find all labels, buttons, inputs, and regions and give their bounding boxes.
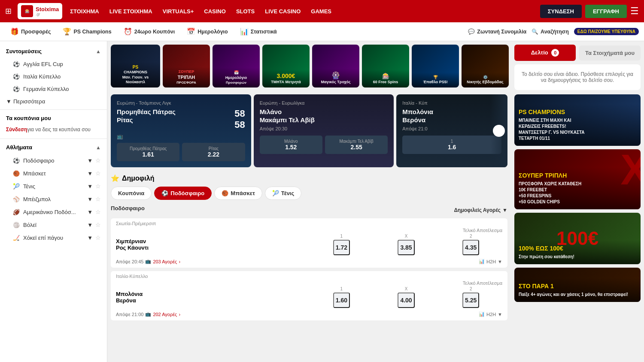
promo-banner-1[interactable]: X ΣΟΥΠΕΡ ΤΡΙΠΛΗ ΠΡΟΣΦΟΡΑ ΧΩΡΙΣ ΚΑΤΑΘΕΣΗ … — [514, 149, 641, 209]
grid-icon[interactable]: ⊞ — [5, 6, 12, 16]
promo-card-0[interactable]: PS CHAMPIONS Μαν. Γιουν. vs Νιούκαστλ — [111, 45, 160, 87]
tab-basketball[interactable]: 🏀 Μπάσκετ — [214, 187, 262, 200]
h2h-link[interactable]: 📊 H2H ▼ — [479, 259, 502, 264]
nav-games[interactable]: GAMES — [307, 6, 336, 17]
odds-cell-1x2-x[interactable]: 4.00 — [398, 293, 414, 308]
live-match-card-2: › Ιταλία - Κύπ Μπολόνια Βερόνα Απόψε 21:… — [396, 94, 507, 167]
login-link[interactable]: Σύνδεση — [6, 127, 27, 133]
odds-cell-1x2-1[interactable]: 1.60 — [333, 293, 350, 308]
nav-casino[interactable]: CASINO — [200, 6, 230, 17]
live-match-team2: Βερόνα — [402, 116, 501, 124]
tab-tennis[interactable]: 🎾 Τένις — [265, 187, 301, 200]
star-icon[interactable]: ☆ — [95, 157, 101, 164]
promo-banner-0[interactable]: PS CHAMPIONS ΜΠΑΙΝΕΙΣ ΣΤΗ ΜΑΧΗ ΚΑΙ ΚΕΡΔΙ… — [514, 94, 641, 146]
odds-cell-1x2-x[interactable]: 3.85 — [398, 240, 414, 255]
promo-card-3[interactable]: 3.000€ ΤΜΗΤΑ Μετρητά — [262, 45, 310, 87]
star-icon[interactable]: ☆ — [95, 208, 101, 215]
live-match-team2: Ρίτας — [117, 116, 176, 124]
sidebar-item-tennis[interactable]: 🎾 Τένις ▼ ☆ — [0, 180, 107, 193]
nav-stoixima[interactable]: ΣΤΟΙΧΗΜΑ — [66, 6, 103, 17]
star-icon[interactable]: ☆ — [95, 183, 101, 190]
odds-cell-1x2-1[interactable]: 1.72 — [333, 240, 350, 255]
sidebar-item-basketball[interactable]: 🏀 Μπάσκετ ▼ ☆ — [0, 167, 107, 180]
search-button[interactable]: 🔍 Αναζήτηση — [532, 28, 569, 35]
markets-count-link[interactable]: 203 Αγορές — [153, 259, 177, 264]
odds-button-team1[interactable]: Μιλάνο 1.52 — [260, 136, 322, 154]
sidebar-item-hockey[interactable]: 🏒 Χόκεϊ επί πάγου ▼ ☆ — [0, 231, 107, 244]
h2h-link[interactable]: 📊 H2H ▼ — [479, 311, 502, 317]
shortcuts-chevron-icon: ▲ — [96, 48, 101, 54]
nav-live-casino[interactable]: LIVE CASINO — [261, 6, 305, 17]
sidebar: Συντομεύσεις ▲ ⚽ Αγγλία EFL Cup ⚽ Ιταλία… — [0, 41, 107, 362]
subnav-statistics[interactable]: 📊 Στατιστικά — [235, 25, 282, 38]
live-match-time: Απόψε 21:0 — [402, 126, 501, 131]
gift-icon: 🎁 — [10, 27, 19, 36]
nav-slots[interactable]: SLOTS — [232, 6, 259, 17]
odds-button-team1[interactable]: Προμηθέας Πάτρας 1.61 — [117, 143, 179, 161]
promo-banner-title: ΣΤΟ ΠΑΡΑ 1 — [519, 282, 636, 291]
promo-card-text: 🎡 Μαγικός Τροχός — [312, 69, 359, 87]
sidebar-item-volleyball[interactable]: 🏐 Βόλεϊ ▼ ☆ — [0, 218, 107, 231]
betslip-tab[interactable]: Δελτίο 0 — [514, 45, 576, 61]
star-icon[interactable]: ☆ — [95, 221, 101, 228]
search-icon: 🔍 — [532, 28, 538, 35]
odds-button-team2[interactable]: Ρίτας 2.22 — [182, 143, 245, 161]
subnav-ps-champions[interactable]: 🏆 PS Champions — [58, 25, 116, 38]
divider — [0, 139, 107, 139]
nav-live-stoixima[interactable]: LIVE ΣΤΟΙΧΗΜΑ — [105, 6, 157, 17]
match-row-1: Ιταλία-Κύπελλο Τελικό Αποτέλεσμα Μπολόνι… — [111, 271, 507, 320]
nav-virtuals[interactable]: VIRTUALS+ — [158, 6, 198, 17]
promo-card-1[interactable]: ΣΟΥΠΕΡ ΤΡΙΠΛΗ ΠΡΟΣΦΟΡΑ — [163, 45, 210, 87]
subnav-24h-coupon[interactable]: ⏰ 24ωρο Κουπόνι — [118, 25, 180, 38]
login-button[interactable]: ΣΥΝΔΕΣΗ — [540, 5, 582, 18]
sidebar-item-baseball[interactable]: ⚾ Μπέιζμπολ ▼ ☆ — [0, 193, 107, 205]
promo-card-6[interactable]: 🏆 Έπαθλο PS5! — [412, 45, 459, 87]
odds-button-team1[interactable]: 1 1.6 — [402, 136, 501, 154]
odds-button-team2[interactable]: Μακάμπι Τελ Αβίβ 2.55 — [325, 136, 388, 154]
shortcuts-section-header[interactable]: Συντομεύσεις ▲ — [0, 45, 107, 58]
market-type: Τελικό Αποτέλεσμα — [463, 228, 502, 233]
live-match-league: Ευρώπη - Τσάμπιονς Λιγκ — [117, 100, 245, 106]
sidebar-item-germania-kyp[interactable]: ⚽ Γερμανία Κύπελλο — [0, 83, 107, 95]
popular-markets-dropdown[interactable]: Δημοφιλείς Αγορές ▼ — [454, 207, 507, 213]
star-icon[interactable]: ☆ — [95, 234, 101, 241]
promo-banner-body: ΠΡΟΣΦΟΡΑ ΧΩΡΙΣ ΚΑΤΑΘΕΣΗ 10€ FREEBET +50 … — [519, 181, 636, 205]
tab-football[interactable]: ⚽ Ποδόσφαιρο — [154, 187, 212, 200]
sidebar-item-efl-cup[interactable]: ⚽ Αγγλία EFL Cup — [0, 58, 107, 70]
promo-card-7[interactable]: ⚙️ Νικητής Εβδομάδας — [462, 45, 509, 87]
tab-coupons[interactable]: Κουπόνια — [111, 187, 152, 200]
register-button[interactable]: ΕΓΓΡΑΦΗ — [585, 5, 627, 18]
promo-card-5[interactable]: 🎰 60 Free Spins — [362, 45, 409, 87]
promo-card-4[interactable]: 🎡 Μαγικός Τροχός — [312, 45, 359, 87]
betslip-empty-message: Το δελτίο σου είναι άδειο. Πρόσθεσε επιλ… — [514, 64, 641, 90]
star-icon[interactable]: ☆ — [95, 170, 101, 177]
sidebar-item-italia-kyp[interactable]: ⚽ Ιταλία Κύπελλο — [0, 70, 107, 83]
promo-banner-3[interactable]: ΣΤΟ ΠΑΡΑ 1 Παίξε 4+ αγώνες και αν χάσεις… — [514, 268, 641, 302]
promo-card-2[interactable]: 📅 Ημερολόγιο Προσφορών — [213, 45, 260, 87]
chat-icon: 💬 — [468, 28, 475, 35]
coupons-section-header[interactable]: Τα κουπόνια μου — [0, 112, 107, 125]
subnav-calendar[interactable]: 📅 Ημερολόγιο — [182, 25, 233, 38]
markets-count-link[interactable]: 202 Αγορές — [153, 312, 177, 317]
live-score-1: 58 — [234, 108, 245, 119]
live-match-time: Απόψε 20:30 — [260, 126, 388, 131]
promo-banner-2[interactable]: 100€ 100% ΕΩΣ 100€ Στην πρώτη σου κατάθε… — [514, 213, 641, 264]
col-header-x: X — [375, 287, 438, 291]
live-chat-button[interactable]: 💬 Ζωντανή Συνομιλία — [468, 28, 526, 35]
my-bets-tab[interactable]: Τα Στοιχήματά μου — [579, 45, 641, 60]
chevron-right-icon: › — [179, 259, 180, 264]
next-arrow[interactable]: › — [493, 125, 505, 137]
site-logo[interactable]: 🎰 Stoixima .gr — [18, 3, 62, 19]
live-match-team1: Προμηθέας Πάτρας — [117, 108, 176, 115]
tv-icon: 📺 — [145, 311, 151, 317]
subnav-offers[interactable]: 🎁 Προσφορές — [5, 25, 56, 38]
sidebar-item-football[interactable]: ⚽ Ποδόσφαιρο ▼ ☆ — [0, 154, 107, 167]
sports-section-header[interactable]: Αθλήματα ▲ — [0, 141, 107, 154]
chevron-down-icon: ▼ — [498, 259, 502, 264]
odds-cell-1x2-2[interactable]: 5.25 — [462, 293, 479, 308]
sidebar-item-american-football[interactable]: 🏈 Αμερικάνικο Ποδόσ... ▼ ☆ — [0, 205, 107, 218]
odds-cell-1x2-2[interactable]: 4.35 — [462, 240, 479, 255]
shortcuts-more[interactable]: ▼ Περισσότερα — [0, 95, 107, 108]
hamburger-icon[interactable]: ☰ — [630, 6, 639, 17]
star-icon[interactable]: ☆ — [95, 196, 101, 202]
